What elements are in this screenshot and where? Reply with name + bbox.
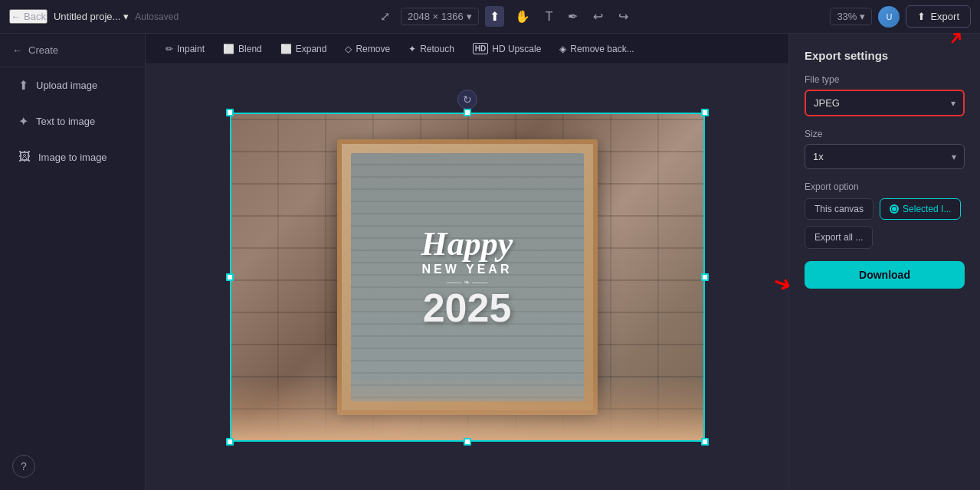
resize-tool-button[interactable]: ⤢ [375,6,395,27]
file-type-select[interactable]: JPEG ▾ [805,90,965,116]
resize-handle-bl[interactable] [226,438,234,446]
year-text: 2025 [421,288,513,328]
export-all-section: Export all ... [805,226,965,249]
blend-label: Blend [238,44,262,54]
back-button[interactable]: ← Back [9,9,48,24]
size-label: Size [805,129,965,139]
select-tool-button[interactable]: ⬆ [485,6,504,27]
sidebar-item-image-to-image[interactable]: 🖼 Image to image [6,141,139,173]
file-type-value: JPEG [814,97,840,109]
topbar-center: ⤢ 2048 × 1366 ▾ ⬆ ✋ T ✒ ↩ ↪ [188,6,821,27]
inpaint-label: Inpaint [177,44,205,54]
remove-icon: ◇ [345,44,352,54]
board-text: Happy NEW YEAR —— ❧ —— 2025 [421,227,513,328]
project-name-button[interactable]: Untitled proje... ▾ [54,11,129,22]
new-year-text: NEW YEAR [421,263,513,276]
expand-button[interactable]: ⬜ Expand [273,40,335,58]
project-dropdown-icon: ▾ [123,11,129,22]
retouch-button[interactable]: ✦ Retouch [401,40,462,58]
size-section: Size 1x ▾ [805,129,965,169]
user-avatar: U [878,6,900,28]
help-icon: ? [21,460,27,472]
happy-text: Happy [421,227,513,261]
export-settings-title: Export settings [805,49,965,62]
export-label: Export [930,11,959,22]
blend-button[interactable]: ⬜ Blend [215,40,270,58]
zoom-control[interactable]: 33% ▾ [830,8,872,25]
export-all-label: Export all ... [814,232,863,243]
export-button[interactable]: ⬆ Export [906,5,971,28]
sidebar-bottom: ? [0,443,145,490]
project-title: Untitled proje... [54,11,120,22]
board-divider: —— ❧ —— [421,278,513,286]
retouch-label: Retouch [420,44,454,54]
sidebar-item-text-to-image[interactable]: ✦ Text to image [6,105,139,138]
pen-tool-button[interactable]: ✒ [563,6,582,27]
selected-label: Selected I... [903,204,951,214]
stone-background: Happy NEW YEAR —— ❧ —— 2025 [231,114,703,440]
autosaved-status: Autosaved [135,11,179,22]
download-row: ➜ Download [805,261,965,289]
undo-button[interactable]: ↩ [588,6,608,27]
file-type-section: File type JPEG ▾ [805,74,965,116]
create-label: Create [28,44,58,56]
resize-handle-ml[interactable] [226,273,234,281]
image-to-image-icon: 🖼 [18,150,31,164]
expand-icon: ⬜ [280,44,292,54]
resize-handle-tm[interactable] [464,109,471,116]
main-layout: ← Create ⬆ Upload image ✦ Text to image … [0,34,980,490]
retouch-icon: ✦ [408,44,416,54]
selected-layers-button[interactable]: Selected I... [880,198,961,220]
text-to-image-label: Text to image [36,116,95,127]
size-value: 1x [813,151,824,162]
hd-upscale-button[interactable]: HD HD Upscale [465,39,549,58]
upload-image-label: Upload image [36,80,97,91]
help-button[interactable]: ? [12,455,35,478]
canvas-content: ↻ Happy NEW YEAR —— ❧ —— 2025 [230,113,705,442]
resize-handle-br[interactable] [701,438,709,446]
resize-handle-mr[interactable] [701,273,709,281]
sidebar: ← Create ⬆ Upload image ✦ Text to image … [0,34,146,490]
hd-upscale-label: HD Upscale [492,44,541,54]
remove-button[interactable]: ◇ Remove [337,40,398,58]
export-all-button[interactable]: Export all ... [805,226,873,249]
canvas-section: ✏ Inpaint ⬜ Blend ⬜ Expand ◇ Remove ✦ Re… [146,34,788,490]
inpaint-icon: ✏ [166,44,173,54]
canvas-size-control[interactable]: 2048 × 1366 ▾ [401,8,479,25]
inpaint-button[interactable]: ✏ Inpaint [158,40,212,58]
hand-tool-button[interactable]: ✋ [510,6,535,27]
resize-handle-tl[interactable] [226,109,234,116]
canvas-image[interactable]: Happy NEW YEAR —— ❧ —— 2025 [230,113,705,442]
sidebar-create-header: ← Create [0,34,145,67]
export-panel: Export settings File type JPEG ▾ Size 1x… [788,34,980,490]
remove-label: Remove [356,44,390,54]
canvas-size-chevron: ▾ [467,11,472,22]
resize-handle-bm[interactable] [464,438,471,446]
file-type-chevron-icon: ▾ [951,98,955,109]
letter-board: Happy NEW YEAR —— ❧ —— 2025 [337,139,598,415]
export-option-buttons: This canvas Selected I... [805,198,965,220]
file-type-label: File type [805,74,965,85]
text-tool-button[interactable]: T [541,7,558,27]
this-canvas-button[interactable]: This canvas [805,198,873,220]
text-to-image-icon: ✦ [18,114,28,129]
image-to-image-label: Image to image [38,152,107,163]
download-button[interactable]: Download [805,261,965,289]
canvas-area[interactable]: ↻ Happy NEW YEAR —— ❧ —— 2025 [146,64,788,490]
remove-back-icon: ◈ [559,44,566,54]
size-select[interactable]: 1x ▾ [805,144,965,169]
export-icon: ⬆ [917,11,926,22]
export-option-section: Export option This canvas Selected I... … [805,181,965,249]
toolbar: ✏ Inpaint ⬜ Blend ⬜ Expand ◇ Remove ✦ Re… [146,34,788,64]
radio-dot-inner [892,207,896,211]
create-back-icon: ← [12,44,22,56]
redo-button[interactable]: ↪ [614,6,633,27]
zoom-chevron: ▾ [860,11,865,22]
blend-icon: ⬜ [223,44,234,54]
remove-back-button[interactable]: ◈ Remove back... [552,40,641,58]
sidebar-item-upload-image[interactable]: ⬆ Upload image [6,69,139,102]
refresh-button[interactable]: ↻ [457,90,477,109]
resize-handle-tr[interactable] [701,109,709,116]
upload-image-icon: ⬆ [18,78,28,93]
back-label: Back [24,11,46,22]
